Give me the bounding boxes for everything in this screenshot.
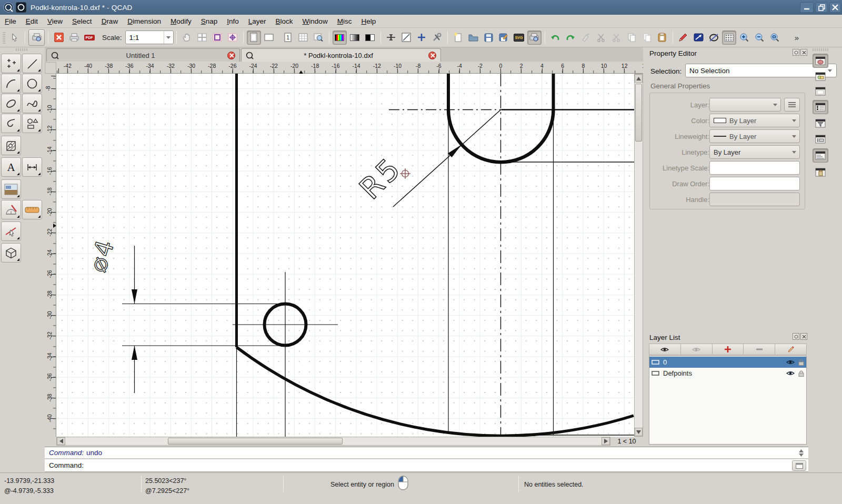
panel-float-button[interactable] (793, 49, 799, 56)
linetype-combobox[interactable]: By Layer (709, 145, 800, 159)
point-tools-button[interactable] (1, 54, 21, 73)
dock-selection-filter-button[interactable] (813, 116, 828, 130)
dock-block-list-button[interactable] (813, 54, 828, 68)
menu-item[interactable]: Snap (196, 16, 223, 27)
print-preview-toggle-button[interactable] (28, 29, 45, 46)
selection-pointer-button[interactable] (7, 31, 22, 45)
scroll-down-arrow[interactable] (635, 428, 643, 436)
new-document-button[interactable] (451, 31, 465, 45)
grayscale-mode-button[interactable] (348, 31, 362, 45)
multi-page-grid-button[interactable] (296, 31, 310, 45)
dock-command-line-button[interactable] (813, 148, 828, 163)
scroll-right-arrow[interactable] (602, 437, 610, 445)
copy-button[interactable] (625, 31, 639, 45)
panel-close-button[interactable] (800, 49, 807, 56)
dock-empty-panel-button[interactable] (813, 84, 828, 98)
layer-visible-icon[interactable] (786, 370, 795, 376)
copy-reference-button[interactable] (640, 31, 654, 45)
auto-zoom-button[interactable] (768, 31, 782, 45)
polyline-tools-button[interactable] (1, 114, 21, 133)
zoom-page-button[interactable] (312, 31, 326, 45)
delete-button[interactable] (579, 31, 593, 45)
vertical-scroll-thumb[interactable] (635, 84, 642, 142)
restrict-mode-button[interactable] (707, 31, 721, 45)
show-all-layers-button[interactable] (649, 344, 681, 355)
menu-item[interactable]: Select (67, 16, 97, 27)
print-button[interactable] (67, 31, 81, 45)
tab-close-button[interactable] (428, 52, 436, 59)
circle-tools-button[interactable] (22, 74, 42, 93)
ruler-tool-button[interactable] (22, 200, 42, 219)
save-as-button[interactable] (497, 31, 511, 45)
add-layer-button[interactable] (713, 344, 744, 355)
dock-reference-button[interactable] (813, 132, 828, 146)
linetype-scale-input[interactable] (709, 161, 800, 175)
layer-lock-icon[interactable] (798, 370, 804, 377)
pan-button[interactable] (180, 31, 194, 45)
zoom-in-button[interactable] (737, 31, 751, 45)
print-preview-button[interactable] (527, 31, 542, 45)
entity-contour-arc[interactable] (237, 347, 634, 436)
svg-export-button[interactable]: SVG (512, 31, 526, 45)
radius-dimension-text[interactable]: R5 (353, 150, 408, 206)
cut-button[interactable] (594, 31, 608, 45)
close-button[interactable] (829, 2, 841, 13)
menu-item[interactable]: Info (222, 16, 244, 27)
scroll-up-arrow[interactable] (635, 74, 643, 83)
close-drawing-button[interactable] (52, 31, 66, 45)
menu-item[interactable]: View (43, 16, 67, 27)
horizontal-scroll-thumb[interactable] (168, 438, 343, 445)
solid-tools-button[interactable] (1, 243, 21, 263)
menu-item[interactable]: Misc (333, 16, 357, 27)
panel-grip[interactable] (16, 48, 28, 51)
lineweight-display-button[interactable] (384, 31, 398, 45)
toolbar-overflow-button[interactable]: » (790, 31, 804, 45)
minimize-button[interactable] (800, 2, 814, 13)
paste-button[interactable] (655, 31, 669, 45)
menu-item[interactable]: File (0, 16, 21, 27)
dock-clipboard-button[interactable] (813, 165, 828, 179)
edit-layer-button[interactable] (775, 344, 807, 355)
color-combobox[interactable]: By Layer (709, 114, 800, 127)
scale-dropdown-arrow[interactable] (164, 31, 173, 44)
menu-item[interactable]: Block (271, 16, 298, 27)
lineweight-combobox[interactable]: By Layer (709, 129, 800, 143)
dimension-tools-button[interactable] (22, 157, 42, 177)
redo-button[interactable] (564, 31, 578, 45)
viewport-frame-button[interactable] (210, 31, 225, 45)
restore-button[interactable] (815, 2, 828, 13)
pdf-export-button[interactable]: PDF (82, 31, 96, 45)
absolute-coordinates-button[interactable] (691, 31, 706, 45)
modify-tools-button[interactable] (1, 221, 21, 241)
layer-lock-icon[interactable] (798, 359, 804, 366)
grid-toggle-button[interactable] (722, 31, 736, 45)
draft-mode-button[interactable] (399, 31, 414, 45)
menu-item[interactable]: Draw (97, 16, 123, 27)
drawing-canvas[interactable]: ⌀4 R5 (56, 74, 634, 437)
menu-item[interactable]: Layer (244, 16, 271, 27)
menu-item[interactable]: Window (298, 16, 333, 27)
viewport-crosshair-button[interactable] (226, 31, 240, 45)
dock-view-list-button[interactable] (813, 69, 828, 84)
tab-close-button[interactable] (227, 52, 235, 59)
vertical-scrollbar[interactable] (634, 74, 643, 437)
draw-order-input[interactable] (709, 177, 800, 190)
zoom-out-button[interactable] (753, 31, 767, 45)
hatch-tools-button[interactable] (1, 136, 21, 155)
dock-grip[interactable] (813, 48, 828, 51)
landscape-page-button[interactable] (262, 31, 276, 45)
measure-tools-button[interactable] (1, 200, 21, 219)
remove-layer-button[interactable] (744, 344, 775, 355)
image-tool-button[interactable] (1, 179, 21, 199)
preferences-button[interactable] (430, 31, 444, 45)
text-tools-button[interactable]: A (1, 157, 21, 177)
open-document-button[interactable] (466, 31, 480, 45)
diameter-dimension-text[interactable]: ⌀4 (83, 235, 120, 275)
command-input[interactable]: Command: (45, 459, 808, 472)
hide-all-layers-button[interactable] (681, 344, 713, 355)
dock-property-editor-button[interactable] (813, 100, 828, 114)
undo-button[interactable] (548, 31, 563, 45)
screen-crosshair-button[interactable] (415, 31, 429, 45)
viewports-button[interactable] (195, 31, 209, 45)
layer-menu-button[interactable] (784, 98, 800, 112)
